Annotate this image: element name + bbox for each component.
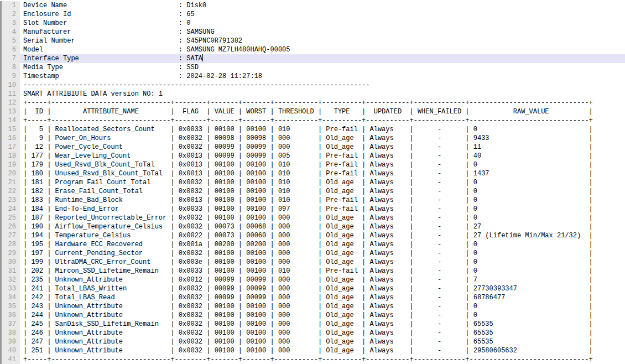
line-text[interactable]: | 9 | Power_On_Hours | 0x0032 | 00098 | … (20, 134, 625, 143)
line-text[interactable]: | 187 | Reported_Uncorrectable_Error | 0… (20, 214, 625, 222)
line-text[interactable]: | 246 | Unknown_Attribute | 0x0032 | 001… (20, 329, 625, 337)
line-number: 37 (0, 320, 20, 329)
line-number: 30 (0, 258, 20, 267)
line-number: 5 (0, 37, 20, 45)
editor-lines: 1Device Name : Disk02Enclosure Id : 653S… (0, 1, 625, 364)
editor-line: 2Enclosure Id : 65 (0, 10, 625, 19)
line-number: 11 (0, 90, 20, 98)
line-number: 17 (0, 143, 20, 152)
line-text[interactable]: Manufacturer : SAMSUNG (20, 28, 625, 37)
line-number: 9 (0, 72, 20, 81)
line-text[interactable]: | 243 | Unknown_Attribute | 0x0032 | 001… (20, 302, 625, 311)
line-number: 31 (0, 267, 20, 275)
editor-line: 15| 5 | Reallocated_Sectors_Count | 0x00… (0, 125, 625, 134)
line-number: 21 (0, 178, 20, 187)
line-text[interactable]: Enclosure Id : 65 (20, 10, 625, 19)
line-text[interactable]: | 180 | Unused_Rsvd_Blk_Count_ToTal | 0x… (20, 169, 625, 178)
line-number: 27 (0, 231, 20, 240)
editor-line: 41+-----+------------------------------+… (0, 355, 625, 364)
line-text[interactable]: | 5 | Reallocated_Sectors_Count | 0x0033… (20, 125, 625, 134)
line-text[interactable]: | 190 | Airflow_Temperature_Celsius | 0x… (20, 222, 625, 231)
line-number: 4 (0, 28, 20, 37)
editor-line: 37| 245 | SanDisk_SSD_Lifetim_Remain | 0… (0, 320, 625, 329)
editor-line: 4Manufacturer : SAMSUNG (0, 28, 625, 37)
text-cursor (202, 54, 203, 61)
line-text[interactable]: Model : SAMSUNG MZ7LH480HAHQ-00005 (20, 45, 625, 54)
editor-line: 10--------------------------------------… (0, 81, 625, 90)
line-number: 10 (0, 81, 20, 90)
editor-line: 31| 202 | Mircon_SSD_Lifetime_Remain | 0… (0, 267, 625, 275)
line-number: 25 (0, 214, 20, 222)
line-text[interactable]: | 12 | Power_Cycle_Count | 0x0032 | 0009… (20, 143, 625, 152)
line-number: 13 (0, 107, 20, 116)
line-text[interactable]: | 179 | Used_Rsvd_Blk_Count_ToTal | 0x00… (20, 160, 625, 169)
line-number: 28 (0, 240, 20, 249)
line-number: 26 (0, 222, 20, 231)
line-text[interactable]: +-----+------------------------------+--… (20, 355, 625, 364)
editor-line: 9Timestamp : 2024-02-28 11:27:18 (0, 72, 625, 81)
line-number: 22 (0, 187, 20, 196)
editor-line: 28| 195 | Hardware_ECC_Recovered | 0x001… (0, 240, 625, 249)
line-text[interactable]: | 242 | Total_LBAS_Read | 0x0032 | 00099… (20, 293, 625, 302)
editor-line: 39| 247 | Unknown_Attribute | 0x0032 | 0… (0, 337, 625, 346)
editor-line: 36| 244 | Unknown_Attribute | 0x0032 | 0… (0, 311, 625, 320)
line-text[interactable]: | 199 | UltraDMA_CRC_Error_Count | 0x003… (20, 258, 625, 267)
editor-line: 20| 180 | Unused_Rsvd_Blk_Count_ToTal | … (0, 169, 625, 178)
line-text[interactable]: | 241 | Total_LBAS_Written | 0x0032 | 00… (20, 284, 625, 293)
line-text[interactable]: | 184 | End-To-End_Error | 0x0033 | 0010… (20, 205, 625, 214)
line-text[interactable]: Timestamp : 2024-02-28 11:27:18 (20, 72, 625, 81)
line-text[interactable]: | 177 | Wear_Leveling_Count | 0x0013 | 0… (20, 152, 625, 160)
editor-line: 16| 9 | Power_On_Hours | 0x0032 | 00098 … (0, 134, 625, 143)
line-text[interactable]: | 182 | Erase_Fail_Count_Total | 0x0032 … (20, 187, 625, 196)
line-number: 41 (0, 355, 20, 364)
line-number: 20 (0, 169, 20, 178)
line-text[interactable]: Interface Type : SATA (20, 54, 625, 63)
line-text[interactable]: SMART ATTRIBIUTE DATA version NO: 1 (20, 90, 625, 98)
editor-line: 40| 251 | Unknown_Attribute | 0x0032 | 0… (0, 346, 625, 355)
line-text[interactable]: ----------------------------------------… (20, 81, 625, 90)
line-number: 34 (0, 293, 20, 302)
line-text[interactable]: | ID | ATTRIBUTE_NAME | FLAG | VALUE | W… (20, 107, 625, 116)
editor-line: 32| 235 | Unknown_Attribute | 0x0012 | 0… (0, 275, 625, 284)
line-text[interactable]: Serial Number : S45PNC0R791382 (20, 37, 625, 45)
line-text[interactable]: | 247 | Unknown_Attribute | 0x0032 | 001… (20, 337, 625, 346)
editor-line: 24| 184 | End-To-End_Error | 0x0033 | 00… (0, 205, 625, 214)
line-text[interactable]: | 235 | Unknown_Attribute | 0x0012 | 000… (20, 275, 625, 284)
line-text[interactable]: | 244 | Unknown_Attribute | 0x0032 | 001… (20, 311, 625, 320)
line-text[interactable]: | 183 | Runtime_Bad_Block | 0x0013 | 001… (20, 196, 625, 205)
editor-line: 19| 179 | Used_Rsvd_Blk_Count_ToTal | 0x… (0, 160, 625, 169)
editor-line: 30| 199 | UltraDMA_CRC_Error_Count | 0x0… (0, 258, 625, 267)
line-text[interactable]: | 181 | Program_Fail_Count_Total | 0x003… (20, 178, 625, 187)
editor-line: 11SMART ATTRIBIUTE DATA version NO: 1 (0, 90, 625, 98)
line-number: 15 (0, 125, 20, 134)
line-number: 3 (0, 19, 20, 28)
line-text[interactable]: | 194 | Temperature_Celsius | 0x0022 | 0… (20, 231, 625, 240)
editor-line: 6Model : SAMSUNG MZ7LH480HAHQ-00005 (0, 45, 625, 54)
line-text[interactable]: Media Type : SSD (20, 63, 625, 72)
text-editor: 1Device Name : Disk02Enclosure Id : 653S… (0, 0, 625, 364)
line-text[interactable]: +-----+------------------------------+--… (20, 98, 625, 107)
line-number: 18 (0, 152, 20, 160)
line-text[interactable]: Slot Number : 0 (20, 19, 625, 28)
line-number: 2 (0, 10, 20, 19)
line-number: 39 (0, 337, 20, 346)
line-number: 29 (0, 249, 20, 258)
editor-line: 22| 182 | Erase_Fail_Count_Total | 0x003… (0, 187, 625, 196)
line-number: 35 (0, 302, 20, 311)
line-text[interactable]: | 245 | SanDisk_SSD_Lifetim_Remain | 0x0… (20, 320, 625, 329)
line-number: 38 (0, 329, 20, 337)
line-text[interactable]: Device Name : Disk0 (20, 1, 625, 10)
line-text[interactable]: | 251 | Unknown_Attribute | 0x0032 | 001… (20, 346, 625, 355)
editor-line: 34| 242 | Total_LBAS_Read | 0x0032 | 000… (0, 293, 625, 302)
line-text[interactable]: | 195 | Hardware_ECC_Recovered | 0x001a … (20, 240, 625, 249)
line-text[interactable]: +-----+------------------------------+--… (20, 116, 625, 125)
line-number: 12 (0, 98, 20, 107)
editor-line: 25| 187 | Reported_Uncorrectable_Error |… (0, 214, 625, 222)
editor-line: 23| 183 | Runtime_Bad_Block | 0x0013 | 0… (0, 196, 625, 205)
editor-line: 35| 243 | Unknown_Attribute | 0x0032 | 0… (0, 302, 625, 311)
line-text[interactable]: | 197 | Current_Pending_Sector | 0x0032 … (20, 249, 625, 258)
line-number: 14 (0, 116, 20, 125)
line-number: 40 (0, 346, 20, 355)
editor-line: 13| ID | ATTRIBUTE_NAME | FLAG | VALUE |… (0, 107, 625, 116)
line-text[interactable]: | 202 | Mircon_SSD_Lifetime_Remain | 0x0… (20, 267, 625, 275)
